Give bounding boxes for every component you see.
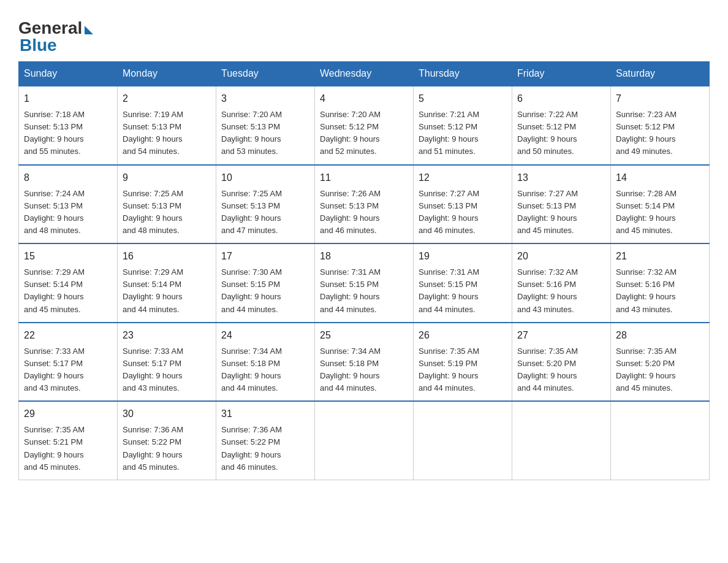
calendar-week-row: 15Sunrise: 7:29 AMSunset: 5:14 PMDayligh… (19, 243, 710, 323)
day-of-week-header: Thursday (414, 62, 512, 86)
day-cell: 31Sunrise: 7:36 AMSunset: 5:22 PMDayligh… (216, 401, 315, 480)
day-info: Sunrise: 7:20 AMSunset: 5:12 PMDaylight:… (320, 109, 408, 158)
day-cell: 29Sunrise: 7:35 AMSunset: 5:21 PMDayligh… (19, 401, 118, 480)
day-number: 24 (221, 328, 309, 343)
day-number: 8 (24, 170, 112, 185)
day-info: Sunrise: 7:29 AMSunset: 5:14 PMDaylight:… (123, 266, 211, 316)
day-of-week-header: Tuesday (216, 62, 315, 86)
day-info: Sunrise: 7:35 AMSunset: 5:20 PMDaylight:… (517, 345, 605, 395)
day-number: 26 (419, 328, 507, 343)
day-cell: 6Sunrise: 7:22 AMSunset: 5:12 PMDaylight… (512, 86, 611, 165)
day-of-week-header: Saturday (611, 62, 710, 86)
day-cell: 16Sunrise: 7:29 AMSunset: 5:14 PMDayligh… (118, 243, 216, 323)
empty-day-cell (611, 401, 710, 480)
day-of-week-header: Monday (118, 62, 216, 86)
calendar-week-row: 8Sunrise: 7:24 AMSunset: 5:13 PMDaylight… (19, 165, 710, 244)
day-cell: 27Sunrise: 7:35 AMSunset: 5:20 PMDayligh… (512, 323, 611, 402)
day-cell: 20Sunrise: 7:32 AMSunset: 5:16 PMDayligh… (512, 243, 611, 323)
logo-blue-text: Blue (20, 36, 57, 55)
calendar-header-row: SundayMondayTuesdayWednesdayThursdayFrid… (19, 62, 710, 86)
day-cell: 5Sunrise: 7:21 AMSunset: 5:12 PMDaylight… (414, 86, 512, 165)
day-number: 27 (517, 328, 605, 343)
day-number: 11 (320, 170, 408, 185)
day-info: Sunrise: 7:36 AMSunset: 5:22 PMDaylight:… (221, 424, 309, 473)
day-cell: 18Sunrise: 7:31 AMSunset: 5:15 PMDayligh… (315, 243, 414, 323)
day-number: 1 (24, 91, 112, 106)
day-number: 2 (123, 91, 211, 106)
empty-day-cell (512, 401, 611, 480)
day-cell: 19Sunrise: 7:31 AMSunset: 5:15 PMDayligh… (414, 243, 512, 323)
day-cell: 26Sunrise: 7:35 AMSunset: 5:19 PMDayligh… (414, 323, 512, 402)
day-cell: 13Sunrise: 7:27 AMSunset: 5:13 PMDayligh… (512, 165, 611, 244)
day-cell: 28Sunrise: 7:35 AMSunset: 5:20 PMDayligh… (611, 323, 710, 402)
day-info: Sunrise: 7:35 AMSunset: 5:21 PMDaylight:… (24, 424, 112, 473)
day-number: 16 (123, 249, 211, 264)
day-info: Sunrise: 7:18 AMSunset: 5:13 PMDaylight:… (24, 109, 112, 158)
logo-arrow-icon (85, 26, 93, 34)
day-info: Sunrise: 7:22 AMSunset: 5:12 PMDaylight:… (517, 109, 605, 158)
day-number: 30 (123, 407, 211, 421)
day-number: 5 (419, 91, 507, 106)
day-info: Sunrise: 7:19 AMSunset: 5:13 PMDaylight:… (123, 109, 211, 158)
day-cell: 9Sunrise: 7:25 AMSunset: 5:13 PMDaylight… (118, 165, 216, 244)
day-info: Sunrise: 7:33 AMSunset: 5:17 PMDaylight:… (24, 345, 112, 395)
day-number: 7 (616, 91, 704, 106)
day-cell: 4Sunrise: 7:20 AMSunset: 5:12 PMDaylight… (315, 86, 414, 165)
page-header: General Blue (18, 12, 710, 55)
day-cell: 8Sunrise: 7:24 AMSunset: 5:13 PMDaylight… (19, 165, 118, 244)
day-info: Sunrise: 7:26 AMSunset: 5:13 PMDaylight:… (320, 188, 408, 237)
day-of-week-header: Friday (512, 62, 611, 86)
day-info: Sunrise: 7:34 AMSunset: 5:18 PMDaylight:… (320, 345, 408, 395)
day-cell: 22Sunrise: 7:33 AMSunset: 5:17 PMDayligh… (19, 323, 118, 402)
day-cell: 17Sunrise: 7:30 AMSunset: 5:15 PMDayligh… (216, 243, 315, 323)
day-info: Sunrise: 7:27 AMSunset: 5:13 PMDaylight:… (419, 188, 507, 237)
day-cell: 15Sunrise: 7:29 AMSunset: 5:14 PMDayligh… (19, 243, 118, 323)
day-info: Sunrise: 7:34 AMSunset: 5:18 PMDaylight:… (221, 345, 309, 395)
calendar-week-row: 29Sunrise: 7:35 AMSunset: 5:21 PMDayligh… (19, 401, 710, 480)
day-number: 14 (616, 170, 704, 185)
day-info: Sunrise: 7:25 AMSunset: 5:13 PMDaylight:… (221, 188, 309, 237)
day-number: 22 (24, 328, 112, 343)
day-info: Sunrise: 7:23 AMSunset: 5:12 PMDaylight:… (616, 109, 704, 158)
day-cell: 25Sunrise: 7:34 AMSunset: 5:18 PMDayligh… (315, 323, 414, 402)
day-cell: 11Sunrise: 7:26 AMSunset: 5:13 PMDayligh… (315, 165, 414, 244)
day-info: Sunrise: 7:32 AMSunset: 5:16 PMDaylight:… (517, 266, 605, 316)
calendar-week-row: 1Sunrise: 7:18 AMSunset: 5:13 PMDaylight… (19, 86, 710, 165)
day-of-week-header: Sunday (19, 62, 118, 86)
day-cell: 21Sunrise: 7:32 AMSunset: 5:16 PMDayligh… (611, 243, 710, 323)
day-cell: 14Sunrise: 7:28 AMSunset: 5:14 PMDayligh… (611, 165, 710, 244)
day-cell: 3Sunrise: 7:20 AMSunset: 5:13 PMDaylight… (216, 86, 315, 165)
day-number: 19 (419, 249, 507, 264)
empty-day-cell (315, 401, 414, 480)
day-info: Sunrise: 7:20 AMSunset: 5:13 PMDaylight:… (221, 109, 309, 158)
day-of-week-header: Wednesday (315, 62, 414, 86)
day-info: Sunrise: 7:25 AMSunset: 5:13 PMDaylight:… (123, 188, 211, 237)
day-number: 31 (221, 407, 309, 421)
day-info: Sunrise: 7:27 AMSunset: 5:13 PMDaylight:… (517, 188, 605, 237)
empty-day-cell (414, 401, 512, 480)
calendar-table: SundayMondayTuesdayWednesdayThursdayFrid… (18, 61, 710, 480)
day-number: 9 (123, 170, 211, 185)
day-number: 15 (24, 249, 112, 264)
calendar-week-row: 22Sunrise: 7:33 AMSunset: 5:17 PMDayligh… (19, 323, 710, 402)
day-info: Sunrise: 7:24 AMSunset: 5:13 PMDaylight:… (24, 188, 112, 237)
day-number: 25 (320, 328, 408, 343)
day-cell: 30Sunrise: 7:36 AMSunset: 5:22 PMDayligh… (118, 401, 216, 480)
day-info: Sunrise: 7:33 AMSunset: 5:17 PMDaylight:… (123, 345, 211, 395)
day-number: 17 (221, 249, 309, 264)
day-number: 4 (320, 91, 408, 106)
day-cell: 12Sunrise: 7:27 AMSunset: 5:13 PMDayligh… (414, 165, 512, 244)
day-cell: 1Sunrise: 7:18 AMSunset: 5:13 PMDaylight… (19, 86, 118, 165)
day-number: 6 (517, 91, 605, 106)
day-info: Sunrise: 7:21 AMSunset: 5:12 PMDaylight:… (419, 109, 507, 158)
day-number: 23 (123, 328, 211, 343)
day-info: Sunrise: 7:36 AMSunset: 5:22 PMDaylight:… (123, 424, 211, 473)
day-cell: 2Sunrise: 7:19 AMSunset: 5:13 PMDaylight… (118, 86, 216, 165)
day-info: Sunrise: 7:29 AMSunset: 5:14 PMDaylight:… (24, 266, 112, 316)
logo: General Blue (18, 18, 93, 55)
day-number: 28 (616, 328, 704, 343)
day-number: 10 (221, 170, 309, 185)
day-number: 18 (320, 249, 408, 264)
day-cell: 7Sunrise: 7:23 AMSunset: 5:12 PMDaylight… (611, 86, 710, 165)
day-info: Sunrise: 7:31 AMSunset: 5:15 PMDaylight:… (419, 266, 507, 316)
